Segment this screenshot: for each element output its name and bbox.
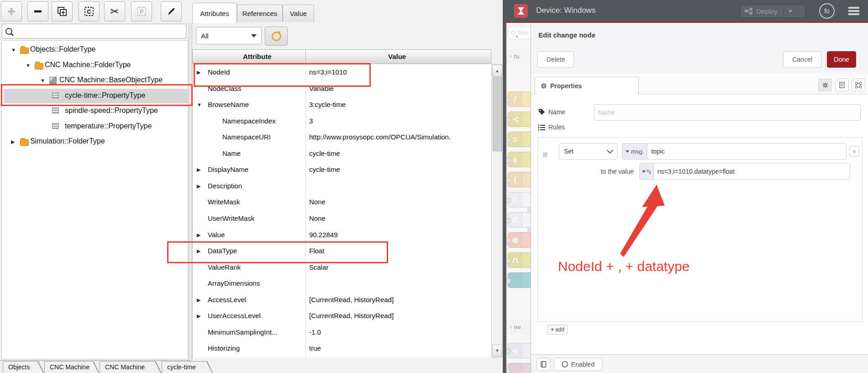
table-row[interactable]: NamespaceURIhttp://www.prosysopc.com/OPC… [193, 130, 492, 146]
table-row[interactable]: NamespaceIndex3 [193, 114, 492, 130]
scroll-down-button[interactable]: ▼ [492, 345, 502, 357]
tab-attributes[interactable]: Attributes [192, 3, 237, 23]
tree-item[interactable]: temperature::PropertyType [4, 119, 188, 134]
tree-expand-arrow[interactable]: ▼ [40, 78, 45, 83]
scroll-up-button[interactable]: ▲ [492, 65, 502, 77]
tree-item[interactable]: ▶Simulation::FolderType [4, 134, 188, 149]
rule-drag-handle[interactable]: ≡ [542, 149, 547, 160]
table-row[interactable]: ▶UserAccessLevel[CurrentRead, HistoryRea… [193, 309, 492, 325]
scrollbar-thumb[interactable] [493, 77, 502, 151]
tree-item[interactable]: ▼Objects::FolderType [4, 43, 188, 57]
attribute-name: Historizing [208, 344, 240, 352]
table-row[interactable]: Historizingtrue [193, 341, 492, 357]
deploy-button[interactable]: Deploy [740, 5, 805, 18]
panel-splitter[interactable] [189, 23, 192, 360]
table-row[interactable]: Namecycle-time [193, 146, 492, 162]
table-row[interactable]: ▶DisplayNamecycle-time [193, 162, 492, 178]
rule-value-value[interactable] [654, 164, 850, 179]
table-row[interactable]: WriteMaskNone [193, 195, 492, 211]
row-expand-arrow[interactable]: ▶ [197, 183, 200, 189]
row-expand-arrow[interactable]: ▶ [197, 69, 200, 75]
tree-search-input[interactable] [15, 27, 186, 35]
table-row[interactable]: ArrayDimensions [193, 276, 492, 292]
done-button[interactable]: Done [827, 51, 856, 68]
rule-action-select[interactable]: Set [559, 143, 617, 160]
tree-expand-arrow[interactable]: ▼ [11, 47, 16, 53]
to-the-value-label: to the value [579, 168, 634, 175]
value-column-header: Value [388, 53, 406, 60]
tree-item[interactable]: spindle-speed::PropertyType [4, 104, 188, 118]
tree-item-label: Simulation::FolderType [30, 137, 105, 145]
row-expand-arrow[interactable]: ▶ [197, 297, 200, 303]
appearance-icon-button[interactable] [852, 79, 865, 91]
attribute-value: [CurrentRead, HistoryRead] [309, 296, 394, 304]
row-expand-arrow[interactable]: ▶ [197, 232, 200, 238]
table-row[interactable]: ▶NodeIdns=3;i=1010 [193, 65, 492, 81]
name-input[interactable] [594, 104, 861, 121]
tree-item[interactable]: ▼CNC Machine::FolderType [4, 58, 188, 73]
table-row[interactable]: UserWriteMaskNone [193, 211, 492, 227]
tree-item-label: cycle-time::PropertyType [65, 91, 145, 100]
typed-input-type-button[interactable]: az [640, 164, 654, 179]
remove-button[interactable] [27, 1, 48, 21]
refresh-button[interactable] [265, 27, 288, 46]
rule-property-value[interactable] [647, 144, 846, 159]
duplicate-button[interactable] [52, 1, 73, 21]
enabled-toggle[interactable]: Enabled [554, 358, 602, 371]
user-badge[interactable]: fo [819, 3, 835, 19]
table-row[interactable]: ▶AccessLevel[CurrentRead, HistoryRead] [193, 293, 492, 309]
add-button[interactable] [1, 1, 22, 21]
property-icon [52, 107, 59, 113]
tree-expand-arrow[interactable]: ▶ [11, 139, 15, 145]
tab-references[interactable]: References [237, 5, 283, 22]
description-icon-button[interactable] [835, 79, 849, 91]
attribute-name: UserAccessLevel [208, 312, 261, 320]
bottom-tab-cnc-machine[interactable]: CNC Machine [100, 361, 162, 373]
row-expand-arrow[interactable]: ▼ [197, 102, 202, 107]
attribute-value: 3:cycle-time [309, 101, 346, 108]
attribute-table-scrollbar[interactable]: ▲ ▼ [491, 64, 502, 357]
table-row[interactable]: NodeClassVariable [193, 81, 492, 97]
bottom-tab-label: Objects [8, 363, 30, 371]
table-row[interactable]: ValueRankScalar [193, 260, 492, 276]
table-row[interactable]: ▶Description [193, 179, 492, 195]
tab-properties[interactable]: Properties [535, 77, 639, 95]
copy-button[interactable]: C [79, 1, 100, 21]
table-row[interactable]: ▼BrowseName3:cycle-time [193, 97, 492, 113]
attribute-name: NodeId [208, 68, 230, 76]
row-expand-arrow[interactable]: ▶ [197, 167, 200, 173]
attribute-filter-select[interactable]: All [196, 27, 262, 44]
properties-icon-button[interactable] [818, 79, 832, 91]
rule-property-input[interactable]: msg. [622, 143, 847, 160]
tree-item[interactable]: ▼CNC Machine::BaseObjectType [4, 73, 188, 88]
row-expand-arrow[interactable]: ▶ [197, 248, 200, 254]
tree-item-label: CNC Machine::BaseObjectType [59, 76, 163, 84]
table-row[interactable]: MinimumSamplingInt...-1.0 [193, 325, 492, 341]
attribute-value: Variable [309, 85, 334, 92]
table-row[interactable]: ▶DataTypeFloat [193, 244, 492, 260]
rule-value-input[interactable]: az [639, 163, 850, 180]
folder-icon [20, 138, 29, 146]
attribute-table-header: Attribute Value [192, 49, 491, 64]
row-expand-arrow[interactable]: ▶ [197, 313, 200, 319]
add-rule-button[interactable]: +add [547, 325, 568, 335]
tree-expand-arrow[interactable]: ▼ [26, 63, 31, 68]
menu-icon[interactable] [848, 7, 859, 15]
bottom-tab-cnc-machine[interactable]: CNC Machine [44, 361, 100, 373]
chevron-down-icon[interactable] [788, 10, 793, 13]
bottom-tab-bar: ObjectsCNC MachineCNC Machinecycle-time [0, 360, 191, 373]
edit-button[interactable] [161, 1, 182, 21]
table-row[interactable]: ▶Value90.22849 [193, 228, 492, 244]
tab-value[interactable]: Value [283, 5, 314, 22]
rule-delete-button[interactable]: × [849, 146, 859, 157]
nodered-header: Device: Windows Deploy fo [503, 0, 868, 22]
tree-item[interactable]: cycle-time::PropertyType [4, 89, 188, 103]
cut-button[interactable]: ✂ [104, 1, 125, 21]
bottom-tab-cycle-time[interactable]: cycle-time [162, 361, 213, 373]
cancel-button[interactable]: Cancel [783, 51, 821, 68]
delete-button[interactable]: Delete [537, 51, 574, 68]
node-info-button[interactable] [537, 358, 550, 371]
paste-button[interactable]: P [131, 1, 152, 21]
typed-input-type-button[interactable]: msg. [622, 144, 647, 159]
bottom-tab-objects[interactable]: Objects [3, 361, 44, 373]
